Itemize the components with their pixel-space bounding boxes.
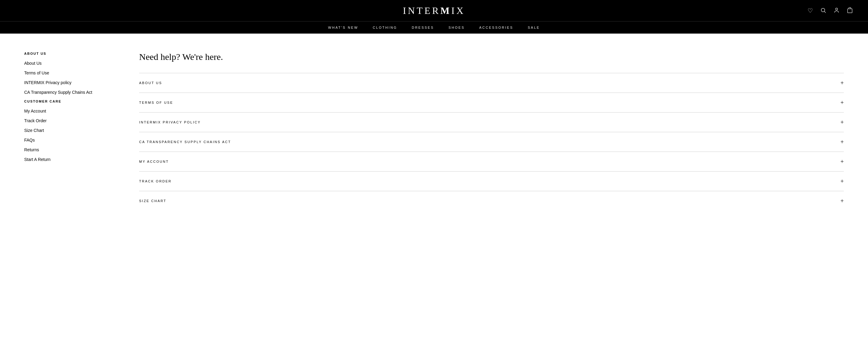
accordion-row-about-us[interactable]: ABOUT US +: [139, 73, 844, 93]
accordion-plus-terms: +: [840, 99, 844, 106]
accordion-label-about-us: ABOUT US: [139, 81, 162, 85]
nav-sale[interactable]: SALE: [528, 26, 540, 29]
accordion-label-track-order: TRACK ORDER: [139, 179, 172, 183]
nav-whats-new[interactable]: WHAT'S NEW: [328, 26, 359, 29]
sidebar-section-title-care: CUSTOMER CARE: [24, 99, 121, 103]
accordion-row-track-order[interactable]: TRACK ORDER +: [139, 172, 844, 191]
accordion-label-transparency: CA TRANSPARENCY SUPPLY CHAINS ACT: [139, 140, 231, 144]
accordion-label-terms: TERMS OF USE: [139, 101, 173, 104]
accordion-label-my-account: MY ACCOUNT: [139, 160, 169, 163]
svg-line-1: [825, 11, 826, 13]
site-header: INTERMIX ♡: [0, 0, 868, 21]
nav-clothing[interactable]: CLOTHING: [373, 26, 397, 29]
search-icon[interactable]: [820, 7, 826, 14]
accordion-plus-about-us: +: [840, 80, 844, 86]
accordion-label-privacy: INTERMIX PRIVACY POLICY: [139, 120, 201, 124]
accordion-transparency: CA TRANSPARENCY SUPPLY CHAINS ACT +: [139, 132, 844, 152]
sidebar-link-track-order[interactable]: Track Order: [24, 118, 121, 123]
sidebar-link-start-return[interactable]: Start A Return: [24, 157, 121, 162]
sidebar-section-about: ABOUT US About Us Terms of Use INTERMIX …: [24, 52, 121, 95]
account-icon[interactable]: [834, 7, 840, 14]
accordion-plus-transparency: +: [840, 139, 844, 145]
accordion-privacy: INTERMIX PRIVACY POLICY +: [139, 112, 844, 132]
sidebar-section-title-about: ABOUT US: [24, 52, 121, 55]
sidebar: ABOUT US About Us Terms of Use INTERMIX …: [24, 52, 121, 211]
accordion-size-chart: SIZE CHART +: [139, 191, 844, 211]
accordion-row-terms[interactable]: TERMS OF USE +: [139, 93, 844, 112]
wishlist-icon[interactable]: ♡: [807, 7, 813, 13]
accordion-terms: TERMS OF USE +: [139, 93, 844, 112]
cart-icon[interactable]: [847, 7, 853, 14]
sidebar-link-size-chart[interactable]: Size Chart: [24, 128, 121, 133]
accordion-label-size-chart: SIZE CHART: [139, 199, 166, 203]
accordion-track-order: TRACK ORDER +: [139, 171, 844, 191]
accordion-row-privacy[interactable]: INTERMIX PRIVACY POLICY +: [139, 113, 844, 132]
sidebar-link-transparency[interactable]: CA Transparency Supply Chains Act: [24, 90, 121, 95]
sidebar-link-about-us[interactable]: About Us: [24, 61, 121, 66]
accordion-plus-size-chart: +: [840, 198, 844, 204]
accordion-plus-privacy: +: [840, 119, 844, 125]
nav-accessories[interactable]: ACCESSORIES: [479, 26, 513, 29]
sidebar-link-faqs[interactable]: FAQs: [24, 138, 121, 143]
sidebar-section-care: CUSTOMER CARE My Account Track Order Siz…: [24, 99, 121, 162]
site-logo[interactable]: INTERMIX: [403, 5, 465, 16]
accordion-about-us: ABOUT US +: [139, 73, 844, 93]
svg-rect-3: [848, 9, 852, 13]
sidebar-link-terms[interactable]: Terms of Use: [24, 70, 121, 75]
accordion-row-my-account[interactable]: MY ACCOUNT +: [139, 152, 844, 171]
nav-shoes[interactable]: SHOES: [448, 26, 465, 29]
header-icons: ♡: [807, 7, 853, 14]
sidebar-link-privacy[interactable]: INTERMIX Privacy policy: [24, 80, 121, 85]
accordion-plus-my-account: +: [840, 158, 844, 164]
accordion-plus-track-order: +: [840, 178, 844, 184]
main-content: ABOUT US About Us Terms of Use INTERMIX …: [0, 34, 868, 229]
nav-dresses[interactable]: DRESSES: [412, 26, 434, 29]
accordion-row-size-chart[interactable]: SIZE CHART +: [139, 191, 844, 211]
page-title: Need help? We're here.: [139, 52, 844, 62]
content-area: Need help? We're here. ABOUT US + TERMS …: [139, 52, 844, 211]
main-nav: WHAT'S NEW CLOTHING DRESSES SHOES ACCESS…: [0, 21, 868, 34]
sidebar-link-my-account[interactable]: My Account: [24, 109, 121, 114]
accordion-my-account: MY ACCOUNT +: [139, 152, 844, 171]
svg-point-0: [821, 8, 825, 12]
accordion-row-transparency[interactable]: CA TRANSPARENCY SUPPLY CHAINS ACT +: [139, 132, 844, 152]
sidebar-link-returns[interactable]: Returns: [24, 147, 121, 152]
svg-point-2: [836, 8, 838, 10]
